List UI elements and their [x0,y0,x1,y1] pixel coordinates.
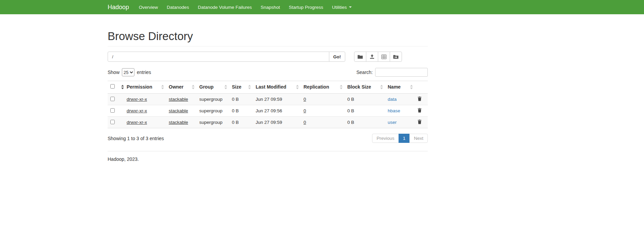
header-actions [418,81,428,94]
upload-file-button[interactable] [366,52,378,62]
show-label: Show [108,70,119,75]
nav-snapshot[interactable]: Snapshot [256,0,284,14]
header-name[interactable]: Name [388,81,418,94]
header-owner[interactable]: Owner [169,81,199,94]
table-row: drwxr-xr-x stackable supergroup 0 B Jun … [108,105,428,117]
permission-value[interactable]: drwxr-xr-x [127,108,147,113]
pagination-next[interactable]: Next [409,134,428,143]
footer-divider [108,151,428,151]
table-controls: Show 25 entries Search: [108,68,428,77]
header-block-size[interactable]: Block Size [347,81,388,94]
table-footer: Showing 1 to 3 of 3 entries Previous 1 N… [108,134,428,143]
create-directory-button[interactable] [354,52,366,62]
group-cell: supergroup [199,94,232,105]
entries-label: entries [137,70,151,75]
actions-cell [418,94,428,105]
page-header: Browse Directory [108,30,428,46]
nav-datanode-volume-failures[interactable]: Datanode Volume Failures [194,0,256,14]
owner-value[interactable]: stackable [169,97,188,102]
nav-utilities-dropdown[interactable]: Utilities [328,0,356,14]
sort-icon[interactable] [248,85,251,90]
sort-icon[interactable] [380,85,383,90]
trash-icon [418,96,422,102]
go-button[interactable]: Go! [329,52,345,62]
row-checkbox[interactable] [110,120,115,124]
sort-icon[interactable] [192,85,195,90]
header-owner-label: Owner [169,84,184,90]
permission-cell: drwxr-xr-x [127,117,169,128]
header-select-all[interactable] [108,81,127,94]
sort-icon[interactable] [121,85,124,90]
name-cell: user [388,117,418,128]
block-size-cell: 0 B [347,117,388,128]
directory-link[interactable]: data [388,97,397,102]
size-cell: 0 B [232,117,256,128]
block-size-cell: 0 B [347,105,388,117]
folder-open-icon [357,55,363,59]
permission-cell: drwxr-xr-x [127,105,169,117]
nav-datanodes-label: Datanodes [167,5,189,10]
nav-overview[interactable]: Overview [134,0,162,14]
pagination: Previous 1 Next [372,134,428,143]
owner-value[interactable]: stackable [169,120,188,125]
footer-text: Hadoop, 2023. [108,156,428,162]
row-select-cell [108,105,127,117]
header-group[interactable]: Group [199,81,232,94]
header-block-size-label: Block Size [347,84,371,90]
delete-button[interactable] [418,96,422,102]
delete-button[interactable] [418,119,422,125]
nav-datanode-volume-failures-label: Datanode Volume Failures [198,5,252,10]
permission-value[interactable]: drwxr-xr-x [127,120,147,125]
modified-cell: Jun 27 09:56 [256,105,303,117]
directory-table: Permission Owner Group Size Last Modifie… [108,81,428,128]
pagination-previous[interactable]: Previous [372,134,399,143]
owner-cell: stackable [169,117,199,128]
path-input-group: Go! [108,52,345,62]
nav-snapshot-label: Snapshot [261,5,280,10]
move-to-folder-button[interactable] [390,52,402,62]
permission-value[interactable]: drwxr-xr-x [127,97,147,102]
header-size[interactable]: Size [232,81,256,94]
permission-cell: drwxr-xr-x [127,94,169,105]
replication-value[interactable]: 0 [303,120,306,125]
row-checkbox[interactable] [110,108,115,113]
search-input[interactable] [375,68,428,77]
actions-cell [418,117,428,128]
main-container: Browse Directory Go! [108,30,428,162]
header-last-modified[interactable]: Last Modified [256,81,303,94]
select-all-checkbox[interactable] [110,84,115,89]
header-permission[interactable]: Permission [127,81,169,94]
directory-link[interactable]: user [388,120,397,125]
header-replication-label: Replication [303,84,329,90]
sort-icon[interactable] [296,85,299,90]
brand-hadoop[interactable]: Hadoop [108,4,129,11]
delete-button[interactable] [418,108,422,114]
sort-icon[interactable] [161,85,164,90]
replication-value[interactable]: 0 [303,108,306,113]
owner-cell: stackable [169,105,199,117]
pagination-page-1[interactable]: 1 [399,134,410,143]
header-replication[interactable]: Replication [303,81,347,94]
sort-icon[interactable] [224,85,227,90]
path-bar: Go! [108,52,428,62]
replication-cell: 0 [303,94,347,105]
page-size-select[interactable]: 25 [122,68,134,76]
page-title: Browse Directory [108,30,428,43]
directory-link[interactable]: hbase [388,108,400,113]
row-checkbox[interactable] [110,97,115,101]
nav-startup-progress[interactable]: Startup Progress [284,0,328,14]
directory-path-input[interactable] [108,52,329,62]
header-size-label: Size [232,84,241,90]
size-cell: 0 B [232,105,256,117]
cut-paste-button[interactable] [378,52,390,62]
sort-icon[interactable] [410,85,413,90]
replication-value[interactable]: 0 [303,97,306,102]
sort-icon[interactable] [340,85,343,90]
folder-arrow-icon [393,55,399,59]
owner-value[interactable]: stackable [169,108,188,113]
owner-cell: stackable [169,94,199,105]
nav-datanodes[interactable]: Datanodes [162,0,193,14]
nav-utilities-label: Utilities [332,5,347,10]
header-permission-label: Permission [127,84,152,90]
nav-startup-progress-label: Startup Progress [289,5,323,10]
